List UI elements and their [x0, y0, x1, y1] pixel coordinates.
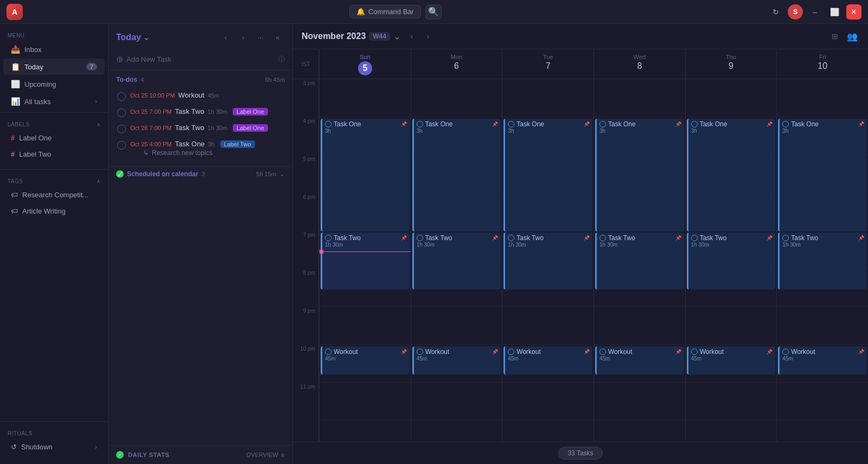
sidebar-item-tag-2[interactable]: 🏷 Article Writing: [3, 203, 105, 219]
sidebar-item-tag-1[interactable]: 🏷 Research Competit...: [3, 187, 105, 203]
cal-view-grid-button[interactable]: ⊞: [828, 29, 842, 43]
cal-event-thu-workout[interactable]: Workout 📌 45m: [687, 346, 776, 375]
sidebar-inbox-label: Inbox: [24, 46, 42, 54]
cal-event-wed-workout[interactable]: Workout 📌 45m: [595, 346, 684, 375]
event-title-fri-workout: Workout 📌: [782, 348, 864, 356]
maximize-button[interactable]: ⬜: [827, 4, 842, 20]
info-button[interactable]: ⓘ: [278, 55, 285, 64]
avatar[interactable]: S: [788, 4, 803, 20]
day-col-thu: Task One 📌 3h Task Two 📌 1h 30m: [685, 79, 777, 442]
event-duration-tue-task-two: 1h 30m: [508, 242, 590, 248]
task-datetime-t2: Oct 25 7:00 PM: [130, 108, 171, 115]
event-pin-thu-task-two: 📌: [767, 235, 773, 241]
cal-event-wed-task-one[interactable]: Task One 📌 3h: [595, 119, 684, 231]
subtask-item-t4[interactable]: ↳ Research new topics: [130, 148, 284, 158]
cal-next-button[interactable]: ›: [421, 29, 435, 43]
close-button[interactable]: ✕: [846, 4, 861, 20]
cal-event-sun-task-two[interactable]: Task Two 📌 1h 30m: [321, 233, 410, 289]
cal-users-button[interactable]: 👥: [845, 29, 859, 43]
refresh-button[interactable]: ↻: [768, 4, 783, 20]
current-time-line: [320, 252, 411, 252]
event-icon-mon-task-two: [417, 235, 423, 241]
collapse-button[interactable]: «: [271, 30, 285, 44]
task-checkbox-t2[interactable]: [117, 108, 126, 117]
cal-event-mon-task-two[interactable]: Task Two 📌 1h 30m: [412, 233, 501, 289]
command-bar-button[interactable]: 🔔 Command Bar: [349, 5, 421, 18]
task-checkbox-t3[interactable]: [117, 125, 126, 133]
today-icon: 📋: [11, 62, 20, 71]
sidebar-item-label-two[interactable]: # Label Two: [3, 146, 105, 162]
sidebar-item-inbox[interactable]: 📥 Inbox: [3, 41, 105, 57]
cal-event-fri-task-one[interactable]: Task One 📌 3h: [778, 119, 867, 231]
event-duration-wed-workout: 45m: [599, 356, 681, 362]
task-item-t3[interactable]: Oct 26 7:00 PM Task Two 1h 30m Label One: [116, 120, 285, 137]
add-task-button[interactable]: ⊕ Add New Task: [116, 54, 274, 65]
event-duration-mon-task-one: 3h: [417, 128, 499, 134]
prev-button[interactable]: ‹: [219, 30, 233, 44]
day-name-wed: Wed: [598, 54, 681, 60]
event-title-fri-task-one: Task One 📌: [782, 120, 864, 128]
event-title-sun-task-one: Task One 📌: [325, 120, 407, 128]
cal-event-mon-workout[interactable]: Workout 📌 45m: [412, 346, 501, 375]
cal-event-tue-workout[interactable]: Workout 📌 45m: [503, 346, 592, 375]
scheduled-chevron-icon[interactable]: ⌄: [279, 170, 285, 178]
tags-header[interactable]: TAGS ∧: [0, 174, 108, 186]
cal-event-fri-task-two[interactable]: Task Two 📌 1h 30m: [778, 233, 867, 289]
more-options-button[interactable]: ···: [253, 30, 267, 44]
cal-event-tue-task-two[interactable]: Task Two 📌 1h 30m: [503, 233, 592, 289]
cal-prev-button[interactable]: ‹: [405, 29, 419, 43]
search-button[interactable]: 🔍: [425, 4, 442, 20]
sidebar-item-label-one[interactable]: # Label One: [3, 130, 105, 146]
cal-event-sun-workout[interactable]: Workout 📌 45m: [321, 346, 410, 375]
event-icon-thu-task-one: [691, 121, 698, 127]
tag-2-icon: 🏷: [11, 207, 18, 215]
sidebar-item-shutdown[interactable]: ↺ Shutdown ›: [3, 439, 105, 455]
task-item-t4[interactable]: Oct 25 4:00 PM Task One 3h Label Two ↳ R…: [116, 137, 285, 161]
sidebar-item-upcoming[interactable]: ⬜ Upcoming: [3, 76, 105, 92]
event-name-fri-task-two: Task Two: [791, 234, 818, 242]
today-button[interactable]: Today ⌄: [116, 33, 150, 42]
task-title-t4: Task One: [175, 140, 205, 148]
cal-event-mon-task-one[interactable]: Task One 📌 3h: [412, 119, 501, 231]
sidebar-item-today[interactable]: 📋 Today 7: [3, 59, 105, 75]
shutdown-text: Shutdown: [21, 443, 53, 451]
task-item-t2[interactable]: Oct 25 7:00 PM Task Two 1h 30m Label One: [116, 104, 285, 120]
sidebar-bottom: RITUALS ↺ Shutdown ›: [0, 421, 108, 460]
bell-icon: 🔔: [356, 8, 365, 16]
cal-event-tue-task-one[interactable]: Task One 📌 3h: [503, 119, 592, 231]
event-title-wed-task-two: Task Two 📌: [599, 234, 681, 242]
event-duration-thu-task-one: 3h: [691, 128, 773, 134]
app-logo[interactable]: A: [7, 4, 23, 20]
event-icon-tue-task-one: [508, 121, 514, 127]
task-checkbox-workout[interactable]: [117, 92, 126, 101]
cal-event-fri-workout[interactable]: Workout 📌 45m: [778, 346, 867, 375]
next-button[interactable]: ›: [236, 30, 250, 44]
calendar-title-chevron-icon[interactable]: ⌄: [393, 31, 400, 42]
tasks-count-badge[interactable]: 33 Tasks: [558, 447, 602, 460]
event-duration-wed-task-one: 3h: [599, 128, 681, 134]
event-pin-tue-task-one: 📌: [584, 121, 590, 127]
overview-button[interactable]: OVERVIEW ∧: [246, 452, 285, 459]
event-duration-thu-workout: 45m: [691, 356, 773, 362]
sidebar-item-all-tasks[interactable]: 📊 All tasks ›: [3, 93, 105, 109]
cal-event-thu-task-two[interactable]: Task Two 📌 1h 30m: [687, 233, 776, 289]
event-icon-wed-task-one: [599, 121, 606, 127]
event-icon-mon-task-one: [417, 121, 423, 127]
topbar-center: 🔔 Command Bar 🔍: [349, 4, 442, 20]
today-label: Today: [116, 33, 141, 42]
cal-event-sun-task-one[interactable]: Task One 📌 3h: [321, 119, 410, 231]
event-pin-fri-task-one: 📌: [858, 121, 864, 127]
day-name-tue: Tue: [507, 54, 589, 60]
overview-chevron-icon: ∧: [280, 452, 285, 459]
cal-event-wed-task-two[interactable]: Task Two 📌 1h 30m: [595, 233, 684, 289]
task-checkbox-t4[interactable]: [117, 141, 126, 150]
event-title-tue-workout: Workout 📌: [508, 348, 590, 356]
task-content-t3: Oct 26 7:00 PM Task Two 1h 30m Label One: [130, 124, 284, 132]
event-pin-wed-workout: 📌: [675, 349, 681, 355]
task-item-workout[interactable]: Oct 25 10:00 PM Workout 45m: [116, 88, 285, 104]
event-pin-thu-task-one: 📌: [767, 121, 773, 127]
labels-header[interactable]: LABELS ∧: [0, 117, 108, 130]
minimize-button[interactable]: –: [807, 4, 822, 20]
event-duration-fri-workout: 45m: [782, 356, 864, 362]
cal-event-thu-task-one[interactable]: Task One 📌 3h: [687, 119, 776, 231]
